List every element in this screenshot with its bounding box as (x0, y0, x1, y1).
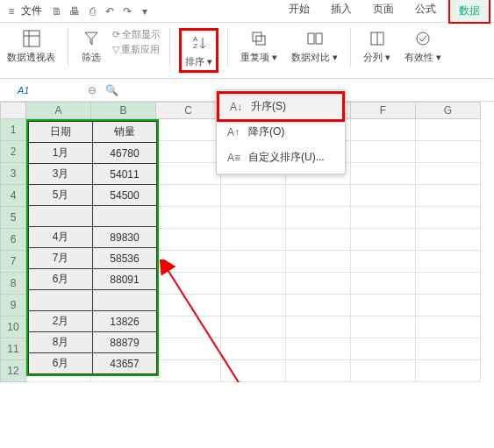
cell[interactable] (221, 338, 286, 360)
select-all-corner[interactable] (0, 102, 26, 119)
cell[interactable] (221, 273, 286, 295)
search-icon[interactable]: 🔍 (105, 84, 118, 96)
col-header[interactable]: C (156, 102, 221, 119)
cell[interactable] (221, 295, 286, 316)
text-to-columns-button[interactable]: 分列 ▾ (360, 28, 394, 64)
duplicates-button[interactable]: 重复项 ▾ (237, 28, 281, 64)
cell[interactable] (93, 290, 157, 311)
cell[interactable] (351, 360, 416, 382)
cell[interactable] (286, 185, 351, 207)
cell[interactable] (156, 119, 221, 141)
cell[interactable] (156, 163, 221, 185)
cell[interactable] (221, 360, 286, 382)
cell[interactable]: 88091 (93, 269, 157, 290)
cell[interactable] (221, 207, 286, 229)
cell[interactable] (416, 295, 481, 316)
cell[interactable] (351, 119, 416, 141)
cell[interactable] (351, 251, 416, 273)
col-header[interactable]: B (91, 102, 156, 119)
cell[interactable]: 日期 (29, 122, 93, 143)
cell[interactable] (286, 229, 351, 251)
cell[interactable] (351, 141, 416, 163)
pivot-button[interactable]: 数据透视表 (4, 28, 59, 64)
row-header[interactable]: 4 (0, 185, 26, 207)
cell[interactable] (351, 316, 416, 338)
cell[interactable] (156, 141, 221, 163)
cell[interactable] (351, 273, 416, 295)
cell[interactable] (416, 141, 481, 163)
cell[interactable] (351, 338, 416, 360)
row-header[interactable]: 1 (0, 119, 26, 141)
cell[interactable] (93, 206, 157, 227)
cell[interactable]: 8月 (29, 332, 93, 353)
cancel-icon[interactable]: ⊖ (88, 84, 97, 96)
cell[interactable] (156, 316, 221, 338)
undo-icon[interactable]: ↶ (102, 4, 118, 19)
cell[interactable] (286, 207, 351, 229)
reapply-button[interactable]: ▽重新应用 (112, 43, 161, 56)
row-header[interactable]: 11 (0, 338, 26, 360)
cell[interactable]: 6月 (29, 353, 93, 374)
cell[interactable] (221, 185, 286, 207)
row-header[interactable]: 10 (0, 316, 26, 338)
row-header[interactable]: 12 (0, 360, 26, 382)
tab-insert[interactable]: 插入 (322, 0, 361, 24)
cell[interactable] (416, 316, 481, 338)
sort-button[interactable]: AZ 排序 ▾ (179, 28, 218, 73)
cell[interactable] (351, 207, 416, 229)
cell[interactable]: 4月 (29, 227, 93, 248)
tab-start[interactable]: 开始 (280, 0, 319, 24)
file-menu[interactable]: 文件 (21, 4, 42, 18)
cell[interactable]: 54011 (93, 164, 157, 185)
hamburger-icon[interactable]: ≡ (4, 4, 19, 19)
row-header[interactable]: 6 (0, 229, 26, 251)
cell[interactable] (286, 251, 351, 273)
cell[interactable] (286, 295, 351, 316)
cell[interactable] (156, 207, 221, 229)
compare-button[interactable]: 数据对比 ▾ (288, 28, 341, 64)
validation-button[interactable]: 有效性 ▾ (401, 28, 445, 64)
save-icon[interactable]: 🗎 (49, 4, 65, 19)
cell[interactable]: 13826 (93, 311, 157, 332)
name-box[interactable]: A1 (0, 83, 79, 97)
cell[interactable] (416, 229, 481, 251)
cell[interactable] (29, 206, 93, 227)
row-header[interactable]: 2 (0, 141, 26, 163)
cell[interactable] (351, 295, 416, 316)
cell[interactable] (156, 185, 221, 207)
show-all-button[interactable]: ⟳全部显示 (112, 28, 161, 41)
print-icon[interactable]: 🖶 (67, 4, 82, 19)
cell[interactable] (416, 119, 481, 141)
cell[interactable]: 1月 (29, 143, 93, 164)
cell[interactable]: 销量 (93, 122, 157, 143)
cell[interactable] (221, 316, 286, 338)
row-header[interactable]: 8 (0, 273, 26, 295)
preview-icon[interactable]: ⎙ (84, 4, 100, 19)
col-header[interactable]: F (351, 102, 416, 119)
col-header[interactable]: G (416, 102, 481, 119)
cell[interactable] (416, 360, 481, 382)
cell[interactable] (416, 163, 481, 185)
tab-data[interactable]: 数据 (448, 0, 490, 24)
cell[interactable] (416, 251, 481, 273)
filter-button[interactable]: 筛选 (77, 28, 105, 64)
row-header[interactable]: 5 (0, 207, 26, 229)
sort-desc-item[interactable]: A↑ 降序(O) (217, 119, 345, 145)
cell[interactable] (416, 185, 481, 207)
cell[interactable]: 89830 (93, 227, 157, 248)
cell[interactable] (416, 338, 481, 360)
cell[interactable]: 88879 (93, 332, 157, 353)
sort-custom-item[interactable]: A≡ 自定义排序(U)... (217, 145, 345, 170)
cell[interactable] (286, 273, 351, 295)
tab-formula[interactable]: 公式 (406, 0, 445, 24)
cell[interactable] (156, 360, 221, 382)
cell[interactable] (156, 338, 221, 360)
col-header[interactable]: A (26, 102, 91, 119)
cell[interactable]: 58536 (93, 248, 157, 269)
cell[interactable] (156, 273, 221, 295)
cell[interactable] (351, 185, 416, 207)
row-header[interactable]: 3 (0, 163, 26, 185)
cell[interactable]: 2月 (29, 311, 93, 332)
cell[interactable]: 6月 (29, 269, 93, 290)
redo-icon[interactable]: ↷ (119, 4, 135, 19)
